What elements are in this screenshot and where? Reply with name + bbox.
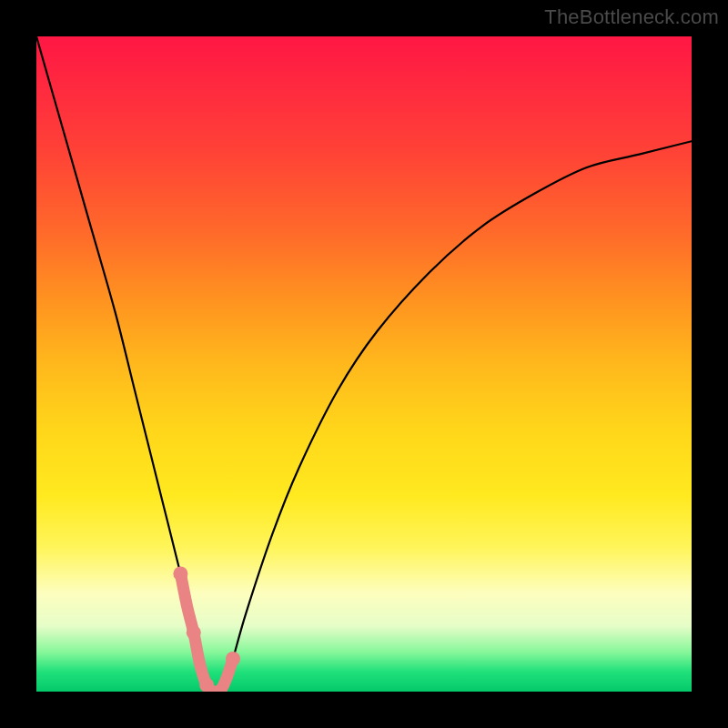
bottleneck-curve	[36, 36, 692, 692]
plot-area	[36, 36, 692, 692]
highlight-marker	[226, 652, 240, 666]
bottleneck-curve-svg	[36, 36, 692, 692]
highlight-marker	[173, 566, 187, 581]
attribution-label: TheBottleneck.com	[544, 5, 719, 29]
highlight-marker	[187, 625, 201, 640]
chart-frame: TheBottleneck.com	[0, 0, 728, 728]
